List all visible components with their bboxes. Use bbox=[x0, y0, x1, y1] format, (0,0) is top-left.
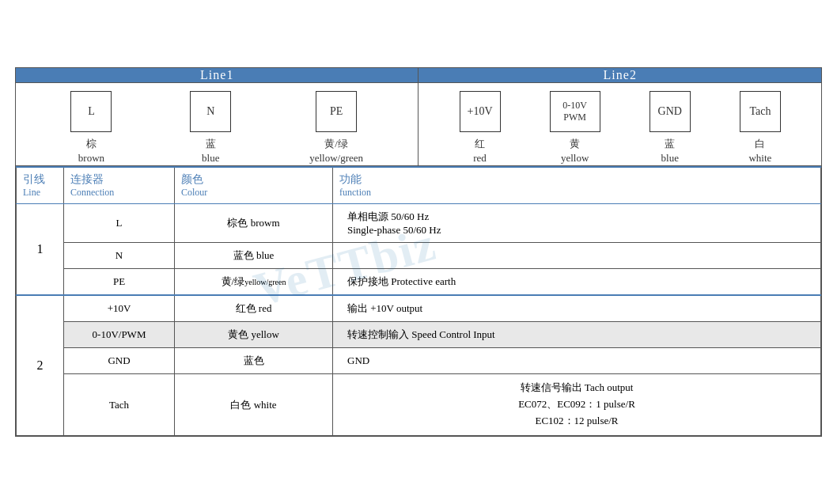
func-GND2: GND bbox=[333, 348, 821, 374]
connector-box-N: N bbox=[190, 91, 231, 132]
connector-L: L 棕brown bbox=[70, 91, 112, 165]
header-line1: Line1 bbox=[16, 68, 418, 83]
col-line-cn: 引线 bbox=[23, 172, 57, 187]
conn-GND2: GND bbox=[64, 348, 175, 374]
color-GND2: 蓝色 bbox=[175, 348, 333, 374]
color-10V: 红色 red bbox=[175, 295, 333, 322]
col-color-cn: 颜色 bbox=[181, 172, 326, 187]
func-PE: 保护接地 Protective earth bbox=[333, 269, 821, 296]
connector-Tach: Tach 白white bbox=[740, 91, 781, 165]
line1-connectors: L 棕brown N 蓝blue PE 黄/绿yellow/green bbox=[16, 83, 418, 165]
line2-diagram: +10V 红red 0-10VPWM 黄yellow GND 蓝blue Tac… bbox=[418, 83, 822, 166]
col-header-row: 引线 Line 连接器 Connection 颜色 Colour 功能 bbox=[17, 167, 821, 204]
col-func-cn: 功能 bbox=[339, 172, 814, 187]
data-table: 引线 Line 连接器 Connection 颜色 Colour 功能 bbox=[16, 166, 821, 435]
connector-box-10V: +10V bbox=[460, 91, 501, 132]
table-row: 1 L 棕色 browm 单相电源 50/60 HzSingle-phase 5… bbox=[17, 204, 821, 243]
color-N: 蓝色 blue bbox=[175, 243, 333, 269]
col-line-en: Line bbox=[23, 187, 57, 199]
connector-N: N 蓝blue bbox=[190, 91, 231, 165]
conn-L: L bbox=[64, 204, 175, 243]
table-row: 2 +10V 红色 red 输出 +10V output bbox=[17, 295, 821, 322]
line-number-1: 1 bbox=[17, 204, 64, 296]
connector-label-PWM: 黄yellow bbox=[561, 137, 589, 165]
conn-N: N bbox=[64, 243, 175, 269]
connector-box-PWM: 0-10VPWM bbox=[550, 91, 600, 132]
func-L: 单相电源 50/60 HzSingle-phase 50/60 Hz bbox=[333, 204, 821, 243]
line-number-2: 2 bbox=[17, 295, 64, 435]
connector-label-10V: 红red bbox=[473, 137, 487, 165]
col-conn-cn: 连接器 bbox=[70, 172, 168, 187]
table-row: PE 黄/绿yellow/green 保护接地 Protective earth bbox=[17, 269, 821, 296]
connector-label-L: 棕brown bbox=[78, 137, 104, 165]
connector-PWM: 0-10VPWM 黄yellow bbox=[550, 91, 600, 165]
color-PE: 黄/绿yellow/green bbox=[175, 269, 333, 296]
func-N bbox=[333, 243, 821, 269]
table-row: Tach 白色 white 转速信号输出 Tach output EC072、E… bbox=[17, 374, 821, 435]
connector-label-GND: 蓝blue bbox=[661, 137, 679, 165]
color-Tach: 白色 white bbox=[175, 374, 333, 435]
color-PWM: 黄色 yellow bbox=[175, 322, 333, 348]
table-row: 0-10V/PWM 黄色 yellow 转速控制输入 Speed Control… bbox=[17, 322, 821, 348]
connector-label-Tach: 白white bbox=[748, 137, 771, 165]
col-func-en: function bbox=[339, 187, 814, 199]
conn-Tach: Tach bbox=[64, 374, 175, 435]
connector-10V: +10V 红red bbox=[460, 91, 501, 165]
table-row: GND 蓝色 GND bbox=[17, 348, 821, 374]
conn-PE: PE bbox=[64, 269, 175, 296]
func-10V: 输出 +10V output bbox=[333, 295, 821, 322]
connector-GND: GND 蓝blue bbox=[650, 91, 691, 165]
col-conn-en: Connection bbox=[70, 187, 168, 199]
conn-10V: +10V bbox=[64, 295, 175, 322]
connector-box-GND: GND bbox=[650, 91, 691, 132]
connector-box-Tach: Tach bbox=[740, 91, 781, 132]
table-row: N 蓝色 blue bbox=[17, 243, 821, 269]
connector-label-PE: 黄/绿yellow/green bbox=[309, 137, 363, 165]
func-PWM: 转速控制输入 Speed Control Input bbox=[333, 322, 821, 348]
func-Tach: 转速信号输出 Tach output EC072、EC092：1 pulse/R… bbox=[333, 374, 821, 435]
connector-box-PE: PE bbox=[316, 91, 357, 132]
conn-PWM: 0-10V/PWM bbox=[64, 322, 175, 348]
main-table: Line1 Line2 L 棕brown N 蓝blue PE 黄/绿y bbox=[15, 67, 822, 437]
color-L: 棕色 browm bbox=[175, 204, 333, 243]
connector-PE: PE 黄/绿yellow/green bbox=[309, 91, 363, 165]
connector-label-N: 蓝blue bbox=[202, 137, 219, 165]
line2-connectors: +10V 红red 0-10VPWM 黄yellow GND 蓝blue Tac… bbox=[418, 83, 821, 165]
header-line2: Line2 bbox=[418, 68, 822, 83]
line1-diagram: L 棕brown N 蓝blue PE 黄/绿yellow/green bbox=[16, 83, 418, 166]
connector-box-L: L bbox=[70, 91, 112, 132]
col-color-en: Colour bbox=[181, 187, 326, 199]
